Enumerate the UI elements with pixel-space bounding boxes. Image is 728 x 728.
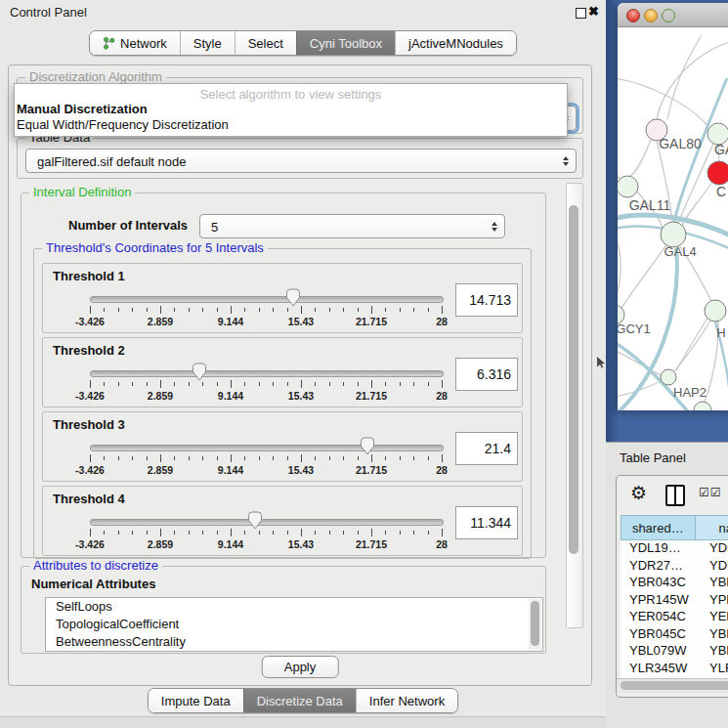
tab-network[interactable]: Network	[90, 31, 180, 55]
gear-icon[interactable]: ⚙	[630, 482, 647, 503]
screen: Control Panel ✖ NetworkStyleSelectCyni T…	[0, 0, 728, 728]
table-body: YDL19…YDL1YDR27…YDR2YBR043CYBR0YPR145WYP…	[621, 540, 728, 679]
table-row[interactable]: YLR345WYLR3	[621, 661, 728, 678]
slider-ticks	[90, 380, 442, 389]
panel-scrollbar[interactable]	[566, 183, 583, 628]
slider-track[interactable]	[90, 445, 444, 451]
tab-infer-network[interactable]: Infer Network	[356, 689, 457, 712]
tab-label: Impute Data	[161, 694, 231, 708]
close-icon[interactable]: ✖	[588, 4, 599, 19]
slider-thumb[interactable]	[247, 511, 263, 530]
close-traffic-light-icon[interactable]	[626, 9, 640, 22]
table-row[interactable]: YER054CYER0	[621, 609, 728, 626]
slider-ticks	[90, 306, 442, 315]
list-item-topologicalcoefficient[interactable]: TopologicalCoefficient	[46, 616, 542, 633]
popup-placeholder: Select algorithm to view settings	[15, 84, 567, 102]
cell-shared-name: YLR345W	[621, 661, 706, 678]
node-label-ga: GA	[714, 142, 728, 157]
interval-definition-group: Interval Definition Number of Intervals …	[21, 193, 546, 558]
group-title: Interval Definition	[29, 186, 135, 199]
checkbox-icons[interactable]: ☑☑	[699, 486, 722, 499]
list-item-betweennesscentrality[interactable]: BetweennessCentrality	[46, 633, 542, 651]
group-title: Discretization Algorithm	[25, 70, 166, 84]
network-edge	[618, 78, 708, 127]
tab-label: Cyni Toolbox	[310, 36, 382, 51]
numerical-attributes-label: Numerical Attributes	[31, 577, 155, 591]
tab-jactivemnodules[interactable]: jActiveMNodules	[395, 31, 516, 55]
threshold-value-field[interactable]: 6.316	[455, 358, 518, 391]
table-row[interactable]: YDL19…YDL1	[621, 540, 728, 558]
node-label-h: H	[716, 325, 725, 340]
numerical-attributes-list[interactable]: SelfLoopsTopologicalCoefficientBetweenne…	[45, 597, 543, 652]
network-node[interactable]	[694, 402, 711, 410]
slider-track[interactable]	[90, 296, 444, 303]
network-node[interactable]	[661, 369, 676, 385]
popup-option-equal-width-frequency[interactable]: Equal Width/Frequency Discretization	[15, 117, 567, 133]
table-row[interactable]: YBR045CYBR0	[621, 626, 728, 644]
table-toolbar: ⚙ ☑☑	[617, 476, 728, 513]
window-title: Control Panel	[10, 5, 87, 20]
tab-label: Select	[248, 36, 283, 51]
network-canvas[interactable]: GAL80GACGAL11GAL4GCY1HHAP2	[618, 27, 728, 410]
tab-cyni-toolbox[interactable]: Cyni Toolbox	[296, 31, 395, 55]
scrollbar-thumb[interactable]	[569, 205, 578, 554]
cell-shared-name: YBR043C	[621, 575, 706, 592]
table-row[interactable]: YBR043CYBR0	[621, 575, 728, 592]
network-node[interactable]	[707, 161, 728, 185]
table-row[interactable]: YPR145WYPR1	[621, 592, 728, 610]
table-data-combobox[interactable]: galFiltered.sif default node	[25, 149, 577, 173]
node-label-gal11: GAL11	[629, 197, 671, 213]
network-node[interactable]	[705, 300, 726, 321]
tab-select[interactable]: Select	[235, 31, 296, 55]
slider-thumb[interactable]	[360, 437, 375, 455]
threshold-label: Threshold 2	[53, 343, 125, 358]
apply-button[interactable]: Apply	[262, 656, 339, 678]
slider-track[interactable]	[90, 370, 444, 377]
slider-thumb[interactable]	[285, 288, 301, 307]
tab-style[interactable]: Style	[180, 31, 235, 55]
table-horizontal-scrollbar[interactable]	[617, 678, 728, 693]
cell-shared-name: YBR045C	[621, 626, 706, 644]
node-label-gal80: GAL80	[659, 136, 702, 151]
tab-discretize-data[interactable]: Discretize Data	[243, 689, 356, 712]
threshold-value-field[interactable]: 14.713	[455, 283, 518, 317]
cell-name: YBR0	[706, 575, 728, 592]
zoom-traffic-light-icon[interactable]	[662, 9, 675, 22]
slider-track[interactable]	[90, 519, 444, 526]
control-panel-titlebar: Control Panel ✖	[0, 0, 606, 25]
combo-stepper-icon	[563, 156, 569, 166]
bottom-tabbar: Impute DataDiscretize DataInfer Network	[0, 688, 606, 713]
node-label-hap2: HAP2	[673, 385, 707, 400]
float-window-icon[interactable]	[576, 8, 586, 19]
number-of-intervals-combobox[interactable]: 5	[199, 214, 505, 238]
list-item-selfloops[interactable]: SelfLoops	[46, 598, 542, 616]
attributes-group: Attributes to discretize Numerical Attri…	[21, 566, 546, 654]
scrollbar-thumb[interactable]	[621, 681, 728, 690]
column-header-name[interactable]: na	[696, 515, 728, 540]
column-header-shared[interactable]: shared…	[621, 515, 696, 540]
algorithm-dropdown-popup: Select algorithm to view settings Manual…	[14, 83, 568, 137]
slider-tick-labels: -3.4262.8599.14415.4321.71528	[90, 390, 442, 402]
network-edge	[629, 140, 651, 176]
table-row[interactable]: YBL079WYBL0	[621, 643, 728, 661]
network-edge	[618, 233, 621, 306]
network-node[interactable]	[618, 176, 638, 197]
node-label-gal4: GAL4	[664, 244, 696, 259]
list-scrollbar[interactable]	[529, 599, 541, 650]
table-header-row: shared… na	[621, 515, 728, 540]
cell-name: YDR2	[706, 558, 728, 576]
table-data-group: Table Data galFiltered.sif default node	[17, 138, 583, 179]
threshold-label: Threshold 1	[53, 269, 125, 283]
cell-name: YBL0	[706, 643, 728, 661]
network-view-window: GAL80GACGAL11GAL4GCY1HHAP2	[618, 3, 728, 410]
slider-thumb[interactable]	[192, 363, 207, 381]
split-columns-icon[interactable]	[665, 485, 685, 506]
minimize-traffic-light-icon[interactable]	[644, 9, 658, 22]
threshold-value-field[interactable]: 21.4	[455, 432, 518, 465]
cell-shared-name: YDL19…	[621, 540, 706, 558]
network-edge	[620, 245, 666, 311]
tab-impute-data[interactable]: Impute Data	[149, 689, 243, 712]
threshold-value-field[interactable]: 11.344	[455, 506, 518, 539]
table-row[interactable]: YDR27…YDR2	[621, 558, 728, 576]
popup-option-manual-discretization[interactable]: Manual Discretization	[15, 102, 567, 117]
